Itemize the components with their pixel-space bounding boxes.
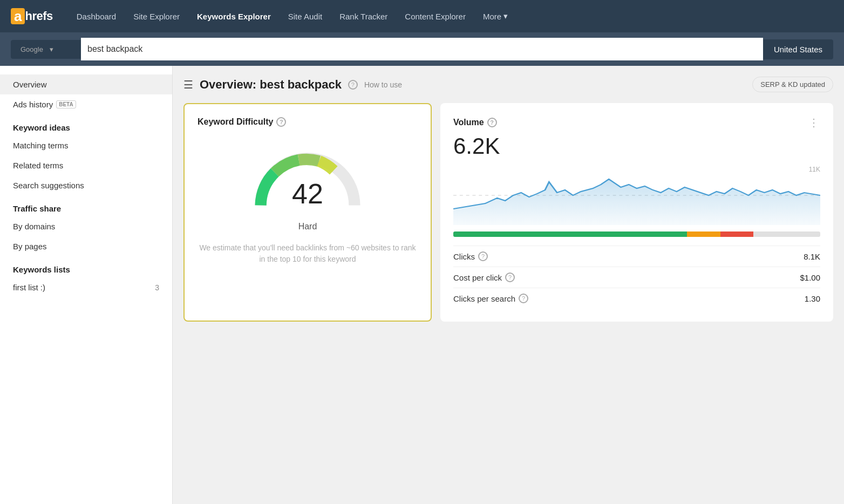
sidebar-item-search-suggestions[interactable]: Search suggestions (0, 175, 172, 195)
top-nav: a hrefs Dashboard Site Explorer Keywords… (0, 0, 844, 32)
bar-red (720, 231, 754, 237)
mini-chart-container: 11K (453, 166, 820, 225)
chevron-down-icon: ▾ (50, 45, 53, 53)
nav-site-audit[interactable]: Site Audit (281, 8, 330, 25)
volume-card: Volume ? ⋮ 6.2K 11K (440, 103, 833, 322)
serp-badge: SERP & KD updated (752, 77, 833, 92)
hamburger-icon[interactable]: ☰ (183, 78, 193, 91)
clicks-stat-row: Clicks ? 8.1K (453, 246, 820, 267)
kd-help-icon[interactable]: ? (276, 117, 286, 127)
bar-gray (753, 231, 820, 237)
logo-a-letter: a (11, 8, 25, 24)
cards-row: Keyword Difficulty ? (183, 103, 833, 322)
sidebar: Overview Ads history BETA Keyword ideas … (0, 66, 173, 504)
chart-max-label: 11K (809, 166, 820, 173)
content-header: ☰ Overview: best backpack ? How to use S… (183, 77, 833, 92)
kd-card: Keyword Difficulty ? (183, 103, 432, 322)
sidebar-item-overview[interactable]: Overview (0, 74, 172, 94)
cps-stat-row: Clicks per search ? 1.30 (453, 288, 820, 309)
how-to-use-link[interactable]: How to use (364, 80, 402, 89)
gauge-label: Hard (298, 222, 317, 231)
chevron-down-icon: ▾ (503, 11, 508, 21)
nav-site-explorer[interactable]: Site Explorer (126, 8, 187, 25)
cpc-help-icon[interactable]: ? (505, 273, 515, 282)
first-list-label: first list :) (13, 283, 45, 292)
kd-card-title: Keyword Difficulty ? (198, 117, 286, 127)
more-options-icon[interactable]: ⋮ (808, 116, 820, 129)
nav-rank-tracker[interactable]: Rank Tracker (332, 8, 395, 25)
beta-badge: BETA (56, 100, 76, 108)
cpc-label: Cost per click ? (453, 273, 515, 282)
bar-distribution (453, 231, 820, 237)
cps-label: Clicks per search ? (453, 294, 528, 303)
gauge-container: 42 (243, 138, 372, 213)
search-bar: Google ▾ United States (0, 32, 844, 66)
volume-help-icon[interactable]: ? (487, 118, 497, 127)
search-input-container (81, 38, 763, 60)
kd-description: We estimate that you'll need backlinks f… (198, 242, 418, 265)
ads-history-label: Ads history (13, 100, 53, 109)
stats-list: Clicks ? 8.1K Cost per click ? $1.00 (453, 246, 820, 309)
gauge-value: 42 (292, 180, 323, 208)
logo-hrefs-text: hrefs (25, 9, 52, 23)
sidebar-item-ads-history[interactable]: Ads history BETA (0, 94, 172, 114)
clicks-help-icon[interactable]: ? (478, 251, 488, 261)
volume-chart (453, 166, 820, 225)
sidebar-item-matching-terms[interactable]: Matching terms (0, 135, 172, 155)
sidebar-section-traffic-share: Traffic share (0, 195, 172, 216)
volume-header: Volume ? ⋮ (453, 116, 820, 129)
sidebar-item-by-pages[interactable]: By pages (0, 236, 172, 256)
content-area: ☰ Overview: best backpack ? How to use S… (173, 66, 844, 504)
cpc-stat-row: Cost per click ? $1.00 (453, 267, 820, 288)
logo[interactable]: a hrefs (11, 8, 53, 24)
nav-more[interactable]: More ▾ (475, 7, 515, 25)
nav-items: Dashboard Site Explorer Keywords Explore… (69, 7, 833, 25)
sidebar-section-keywords-lists: Keywords lists (0, 256, 172, 277)
sidebar-item-first-list[interactable]: first list :) 3 (0, 277, 172, 297)
gauge-number: 42 (292, 180, 323, 208)
help-question-icon[interactable]: ? (348, 80, 358, 90)
volume-title: Volume ? (453, 118, 497, 127)
volume-value: 6.2K (453, 133, 820, 159)
sidebar-item-related-terms[interactable]: Related terms (0, 155, 172, 175)
cps-help-icon[interactable]: ? (519, 294, 528, 303)
cps-value: 1.30 (805, 294, 820, 303)
page-title: Overview: best backpack (200, 78, 342, 92)
cpc-value: $1.00 (800, 273, 820, 282)
bar-yellow (687, 231, 720, 237)
nav-keywords-explorer[interactable]: Keywords Explorer (189, 8, 278, 25)
country-selector[interactable]: United States (763, 39, 833, 59)
engine-label: Google (21, 45, 43, 53)
nav-more-label: More (483, 12, 501, 21)
main-layout: Overview Ads history BETA Keyword ideas … (0, 66, 844, 504)
clicks-label: Clicks ? (453, 251, 488, 261)
nav-dashboard[interactable]: Dashboard (69, 8, 124, 25)
engine-select[interactable]: Google ▾ (11, 40, 81, 59)
nav-content-explorer[interactable]: Content Explorer (397, 8, 473, 25)
first-list-count: 3 (155, 283, 159, 292)
bar-green (453, 231, 687, 237)
sidebar-section-keyword-ideas: Keyword ideas (0, 114, 172, 135)
sidebar-item-by-domains[interactable]: By domains (0, 216, 172, 236)
search-input[interactable] (87, 44, 757, 54)
clicks-value: 8.1K (804, 252, 820, 261)
